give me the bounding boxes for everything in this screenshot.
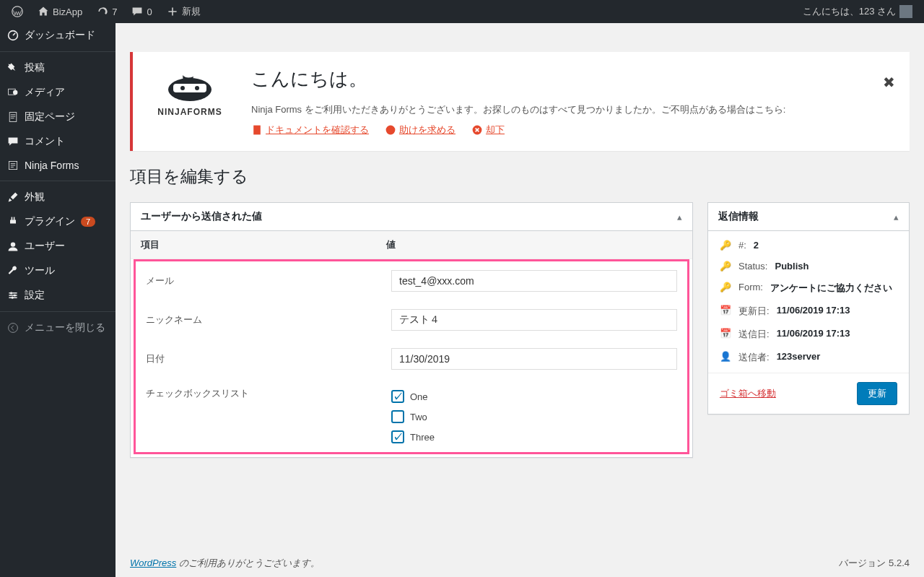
sidebar-item-posts[interactable]: 投稿 <box>0 56 116 80</box>
wp-logo[interactable] <box>6 0 29 23</box>
svg-point-10 <box>9 324 18 333</box>
refresh-icon <box>97 6 108 17</box>
checkbox-icon <box>391 390 404 403</box>
row-nickname: ニックネーム <box>136 300 687 339</box>
svg-rect-12 <box>173 84 206 92</box>
sidebar-item-pages[interactable]: 固定ページ <box>0 105 116 129</box>
svg-point-3 <box>13 90 17 95</box>
col-field: 項目 <box>131 231 376 259</box>
toggle-icon[interactable]: ▴ <box>677 212 682 222</box>
svg-point-13 <box>180 86 185 90</box>
info-sent: 📅送信日:11/06/2019 17:13 <box>720 328 897 341</box>
form-highlight: メール ニックネーム 日付 チェックボックスリスト One <box>134 259 689 454</box>
email-field[interactable] <box>391 270 677 292</box>
info-id: 🔑#: 2 <box>720 240 897 251</box>
ninja-forms-notice: NINJAFORMS こんにちは。 Ninja Forms をご利用いただきあり… <box>130 52 910 151</box>
calendar-icon: 📅 <box>720 328 731 339</box>
avatar <box>899 5 912 18</box>
info-box-title: 返信情報 <box>718 210 759 223</box>
label-checkbox: チェックボックスリスト <box>146 387 391 400</box>
sidebar-item-comments[interactable]: コメント <box>0 129 116 154</box>
row-email: メール <box>136 261 687 300</box>
user-icon: 👤 <box>720 351 731 362</box>
checkbox-option-two[interactable]: Two <box>391 410 677 423</box>
site-name: BizApp <box>53 6 82 17</box>
comments-count: 0 <box>147 6 152 17</box>
new-content-link[interactable]: 新規 <box>161 0 206 23</box>
new-label: 新規 <box>182 5 201 18</box>
sidebar-item-media[interactable]: メディア <box>0 80 116 105</box>
submission-box-title: ユーザーから送信された値 <box>141 210 262 223</box>
wp-link[interactable]: WordPress <box>130 558 176 568</box>
admin-footer: WordPress のご利用ありがとうございます。 バージョン 5.2.4 <box>130 557 910 570</box>
sidebar-item-dashboard[interactable]: ダッシュボード <box>0 23 116 48</box>
sidebar-item-tools[interactable]: ツール <box>0 259 116 283</box>
sidebar-item-users[interactable]: ユーザー <box>0 234 116 259</box>
plus-icon <box>167 6 178 17</box>
svg-point-9 <box>12 297 14 299</box>
info-updated: 📅更新日:11/06/2019 17:13 <box>720 305 897 318</box>
dashboard-icon <box>7 30 19 41</box>
comment-icon <box>131 6 143 17</box>
plugin-badge: 7 <box>81 217 95 227</box>
trash-link[interactable]: ゴミ箱へ移動 <box>720 387 776 400</box>
site-name-link[interactable]: BizApp <box>32 0 88 23</box>
notice-body-text: Ninja Forms をご利用いただきありがとうございます。お探しのものはすべ… <box>251 103 785 116</box>
user-greeting[interactable]: こんにちは、123 さん <box>797 0 918 23</box>
submission-postbox: ユーザーから送信された値 ▴ 項目 値 メール ニックネーム <box>130 202 693 458</box>
page-icon <box>7 111 19 123</box>
home-icon <box>38 6 49 17</box>
wrench-icon <box>7 265 19 277</box>
svg-point-16 <box>386 126 396 135</box>
sidebar-item-plugins[interactable]: プラグイン7 <box>0 209 116 234</box>
info-postbox: 返信情報 ▴ 🔑#: 2 🔑Status: Publish 🔑Form: アンケ… <box>707 202 910 415</box>
svg-rect-4 <box>9 113 17 122</box>
checkbox-icon <box>391 430 404 443</box>
notice-dismiss-link[interactable]: 却下 <box>471 123 505 136</box>
page-title: 項目を編集する <box>130 165 910 188</box>
label-date: 日付 <box>146 352 391 365</box>
checkbox-option-one[interactable]: One <box>391 390 677 403</box>
notice-docs-link[interactable]: ドキュメントを確認する <box>251 123 369 136</box>
checkbox-icon <box>391 410 404 423</box>
key-icon: 🔑 <box>720 261 731 272</box>
svg-point-8 <box>14 294 16 296</box>
label-email: メール <box>146 274 391 287</box>
wordpress-icon <box>12 6 23 17</box>
close-icon[interactable]: ✖ <box>883 74 895 91</box>
calendar-icon: 📅 <box>720 305 731 316</box>
media-icon <box>7 87 19 98</box>
version-text: バージョン 5.2.4 <box>839 557 910 570</box>
updates-link[interactable]: 7 <box>91 0 123 23</box>
ninja-logo-icon <box>165 66 215 101</box>
svg-point-6 <box>11 242 15 246</box>
pin-icon <box>7 62 19 74</box>
form-icon <box>7 160 19 171</box>
svg-rect-15 <box>253 126 261 135</box>
row-date: 日付 <box>136 339 687 378</box>
sidebar-item-ninjaforms[interactable]: Ninja Forms <box>0 154 116 177</box>
info-form: 🔑Form: アンケートにご協力ください <box>720 282 897 295</box>
date-field[interactable] <box>391 348 677 370</box>
sidebar-item-appearance[interactable]: 外観 <box>0 185 116 209</box>
nickname-field[interactable] <box>391 309 677 331</box>
plugin-icon <box>7 216 19 227</box>
comment-icon <box>7 136 19 147</box>
notice-heading: こんにちは。 <box>251 66 785 92</box>
checkbox-option-three[interactable]: Three <box>391 430 677 443</box>
comments-link[interactable]: 0 <box>126 0 157 23</box>
info-sender: 👤送信者:123server <box>720 351 897 364</box>
update-button[interactable]: 更新 <box>857 382 897 405</box>
key-icon: 🔑 <box>720 240 731 251</box>
svg-point-14 <box>195 86 199 90</box>
updates-count: 7 <box>112 6 117 17</box>
settings-icon <box>7 290 19 301</box>
chevron-left-icon <box>7 322 19 334</box>
toggle-icon[interactable]: ▴ <box>894 212 899 222</box>
admin-sidebar: ダッシュボード 投稿 メディア 固定ページ コメント Ninja Forms 外… <box>0 23 116 577</box>
collapse-menu[interactable]: メニューを閉じる <box>0 316 116 340</box>
notice-help-link[interactable]: 助けを求める <box>385 123 456 136</box>
doc-icon <box>251 124 263 136</box>
sidebar-item-settings[interactable]: 設定 <box>0 283 116 308</box>
dismiss-icon <box>471 124 483 136</box>
